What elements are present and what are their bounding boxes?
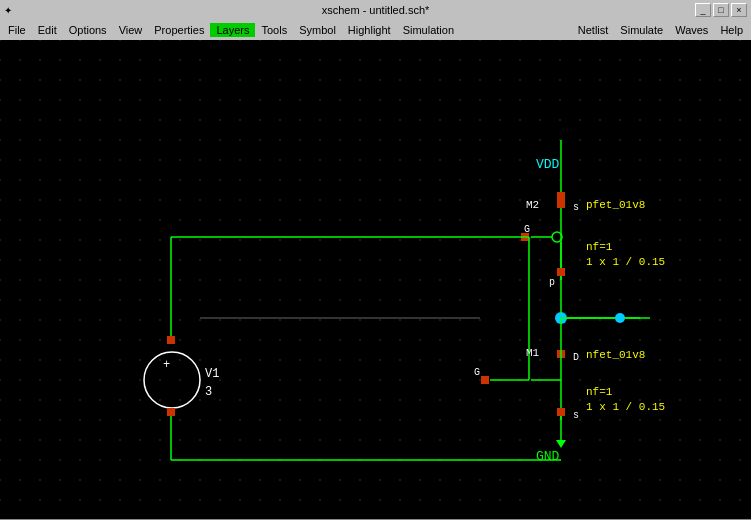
g-label-pfet: G <box>524 224 530 235</box>
svg-rect-3 <box>557 200 565 208</box>
menu-tools[interactable]: Tools <box>255 23 293 37</box>
menu-simulation[interactable]: Simulation <box>397 23 460 37</box>
title-bar-icon: ✦ <box>4 5 12 16</box>
menu-options[interactable]: Options <box>63 23 113 37</box>
menu-waves[interactable]: Waves <box>669 23 714 37</box>
d-label: D <box>573 352 579 363</box>
maximize-button[interactable]: □ <box>713 3 729 17</box>
size2-label: 1 x 1 / 0.15 <box>586 401 665 413</box>
size1-label: 1 x 1 / 0.15 <box>586 256 665 268</box>
plus-sign: + <box>163 358 170 372</box>
svg-point-26 <box>615 313 625 323</box>
menu-edit[interactable]: Edit <box>32 23 63 37</box>
menu-simulate[interactable]: Simulate <box>614 23 669 37</box>
p-label: p <box>549 277 555 288</box>
gnd-label: GND <box>536 449 560 464</box>
pfet-label: pfet_01v8 <box>586 199 645 211</box>
nfet-label: nfet_01v8 <box>586 349 645 361</box>
menu-symbol[interactable]: Symbol <box>293 23 342 37</box>
menu-layers[interactable]: Layers <box>210 23 255 37</box>
svg-rect-28 <box>167 336 175 344</box>
m1-label: M1 <box>526 347 540 359</box>
v1-value: 3 <box>205 385 212 399</box>
menu-help[interactable]: Help <box>714 23 749 37</box>
svg-point-27 <box>144 352 200 408</box>
s-label-bottom: s <box>573 410 579 421</box>
menu-bar: File Edit Options View Properties Layers… <box>0 20 751 40</box>
schematic-svg: VDD M2 s pfet_01v8 G p nf=1 1 x 1 / 0.15 <box>0 40 751 519</box>
window-title: xschem - untitled.sch* <box>322 4 430 16</box>
g-label-nfet: G <box>474 367 480 378</box>
minimize-button[interactable]: _ <box>695 3 711 17</box>
svg-rect-21 <box>557 408 565 416</box>
menu-view[interactable]: View <box>113 23 149 37</box>
svg-rect-9 <box>557 268 565 276</box>
svg-marker-23 <box>556 440 566 448</box>
window-controls: _ □ × <box>695 3 747 17</box>
menu-netlist[interactable]: Netlist <box>572 23 615 37</box>
svg-rect-2 <box>557 192 565 200</box>
svg-rect-29 <box>167 408 175 416</box>
vdd-label: VDD <box>536 157 560 172</box>
nf2-label: nf=1 <box>586 386 613 398</box>
menu-file[interactable]: File <box>2 23 32 37</box>
v1-label: V1 <box>205 367 219 381</box>
s-label-top: s <box>573 202 579 213</box>
nf1-label: nf=1 <box>586 241 613 253</box>
schematic-canvas[interactable]: VDD M2 s pfet_01v8 G p nf=1 1 x 1 / 0.15 <box>0 40 751 519</box>
m2-label: M2 <box>526 199 539 211</box>
svg-rect-16 <box>481 376 489 384</box>
menu-highlight[interactable]: Highlight <box>342 23 397 37</box>
title-bar: ✦ xschem - untitled.sch* _ □ × <box>0 0 751 20</box>
close-button[interactable]: × <box>731 3 747 17</box>
menu-properties[interactable]: Properties <box>148 23 210 37</box>
